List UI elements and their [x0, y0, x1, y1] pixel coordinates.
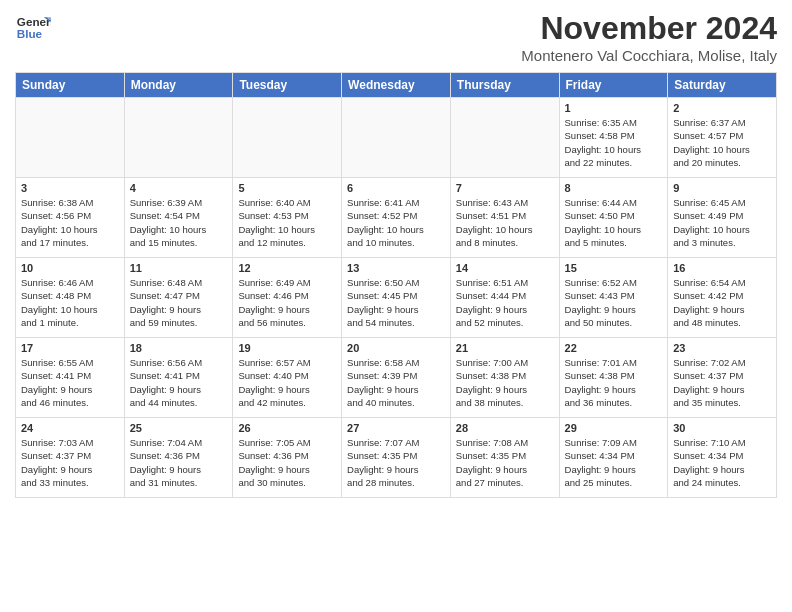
- day-number: 6: [347, 182, 445, 194]
- day-info: Sunrise: 6:50 AM Sunset: 4:45 PM Dayligh…: [347, 276, 445, 329]
- day-info: Sunrise: 7:04 AM Sunset: 4:36 PM Dayligh…: [130, 436, 228, 489]
- calendar-day-cell: 16Sunrise: 6:54 AM Sunset: 4:42 PM Dayli…: [668, 258, 777, 338]
- calendar-day-cell: [124, 98, 233, 178]
- day-info: Sunrise: 6:56 AM Sunset: 4:41 PM Dayligh…: [130, 356, 228, 409]
- day-number: 14: [456, 262, 554, 274]
- day-number: 9: [673, 182, 771, 194]
- calendar-day-cell: 11Sunrise: 6:48 AM Sunset: 4:47 PM Dayli…: [124, 258, 233, 338]
- day-number: 27: [347, 422, 445, 434]
- day-number: 19: [238, 342, 336, 354]
- day-info: Sunrise: 6:39 AM Sunset: 4:54 PM Dayligh…: [130, 196, 228, 249]
- month-title: November 2024: [521, 10, 777, 47]
- calendar-day-cell: 30Sunrise: 7:10 AM Sunset: 4:34 PM Dayli…: [668, 418, 777, 498]
- day-info: Sunrise: 7:10 AM Sunset: 4:34 PM Dayligh…: [673, 436, 771, 489]
- page-header: General Blue November 2024 Montenero Val…: [15, 10, 777, 64]
- calendar-day-cell: 6Sunrise: 6:41 AM Sunset: 4:52 PM Daylig…: [342, 178, 451, 258]
- day-number: 7: [456, 182, 554, 194]
- logo-icon: General Blue: [15, 10, 51, 46]
- day-number: 12: [238, 262, 336, 274]
- calendar-day-cell: 3Sunrise: 6:38 AM Sunset: 4:56 PM Daylig…: [16, 178, 125, 258]
- day-number: 24: [21, 422, 119, 434]
- day-info: Sunrise: 6:55 AM Sunset: 4:41 PM Dayligh…: [21, 356, 119, 409]
- day-info: Sunrise: 7:09 AM Sunset: 4:34 PM Dayligh…: [565, 436, 663, 489]
- day-number: 10: [21, 262, 119, 274]
- calendar-table: SundayMondayTuesdayWednesdayThursdayFrid…: [15, 72, 777, 498]
- logo: General Blue: [15, 10, 51, 46]
- weekday-header: Monday: [124, 73, 233, 98]
- calendar-day-cell: 9Sunrise: 6:45 AM Sunset: 4:49 PM Daylig…: [668, 178, 777, 258]
- weekday-header: Friday: [559, 73, 668, 98]
- calendar-day-cell: 19Sunrise: 6:57 AM Sunset: 4:40 PM Dayli…: [233, 338, 342, 418]
- day-number: 17: [21, 342, 119, 354]
- day-number: 2: [673, 102, 771, 114]
- calendar-day-cell: 29Sunrise: 7:09 AM Sunset: 4:34 PM Dayli…: [559, 418, 668, 498]
- day-info: Sunrise: 6:58 AM Sunset: 4:39 PM Dayligh…: [347, 356, 445, 409]
- day-info: Sunrise: 7:07 AM Sunset: 4:35 PM Dayligh…: [347, 436, 445, 489]
- calendar-day-cell: 23Sunrise: 7:02 AM Sunset: 4:37 PM Dayli…: [668, 338, 777, 418]
- calendar-day-cell: 8Sunrise: 6:44 AM Sunset: 4:50 PM Daylig…: [559, 178, 668, 258]
- calendar-week-row: 24Sunrise: 7:03 AM Sunset: 4:37 PM Dayli…: [16, 418, 777, 498]
- calendar-day-cell: [233, 98, 342, 178]
- day-info: Sunrise: 6:48 AM Sunset: 4:47 PM Dayligh…: [130, 276, 228, 329]
- day-number: 15: [565, 262, 663, 274]
- day-number: 22: [565, 342, 663, 354]
- day-number: 3: [21, 182, 119, 194]
- calendar-day-cell: 27Sunrise: 7:07 AM Sunset: 4:35 PM Dayli…: [342, 418, 451, 498]
- day-info: Sunrise: 6:43 AM Sunset: 4:51 PM Dayligh…: [456, 196, 554, 249]
- day-number: 1: [565, 102, 663, 114]
- calendar-day-cell: 22Sunrise: 7:01 AM Sunset: 4:38 PM Dayli…: [559, 338, 668, 418]
- day-number: 29: [565, 422, 663, 434]
- day-number: 21: [456, 342, 554, 354]
- calendar-day-cell: [450, 98, 559, 178]
- calendar-week-row: 10Sunrise: 6:46 AM Sunset: 4:48 PM Dayli…: [16, 258, 777, 338]
- day-info: Sunrise: 7:05 AM Sunset: 4:36 PM Dayligh…: [238, 436, 336, 489]
- day-info: Sunrise: 6:44 AM Sunset: 4:50 PM Dayligh…: [565, 196, 663, 249]
- day-number: 5: [238, 182, 336, 194]
- weekday-header: Wednesday: [342, 73, 451, 98]
- day-number: 4: [130, 182, 228, 194]
- calendar-day-cell: 13Sunrise: 6:50 AM Sunset: 4:45 PM Dayli…: [342, 258, 451, 338]
- calendar-day-cell: [16, 98, 125, 178]
- calendar-day-cell: 17Sunrise: 6:55 AM Sunset: 4:41 PM Dayli…: [16, 338, 125, 418]
- day-info: Sunrise: 6:38 AM Sunset: 4:56 PM Dayligh…: [21, 196, 119, 249]
- day-info: Sunrise: 6:45 AM Sunset: 4:49 PM Dayligh…: [673, 196, 771, 249]
- svg-text:Blue: Blue: [17, 27, 43, 40]
- day-number: 28: [456, 422, 554, 434]
- weekday-header: Tuesday: [233, 73, 342, 98]
- day-number: 23: [673, 342, 771, 354]
- day-info: Sunrise: 6:52 AM Sunset: 4:43 PM Dayligh…: [565, 276, 663, 329]
- calendar-week-row: 17Sunrise: 6:55 AM Sunset: 4:41 PM Dayli…: [16, 338, 777, 418]
- location-subtitle: Montenero Val Cocchiara, Molise, Italy: [521, 47, 777, 64]
- weekday-header: Thursday: [450, 73, 559, 98]
- day-info: Sunrise: 7:08 AM Sunset: 4:35 PM Dayligh…: [456, 436, 554, 489]
- calendar-week-row: 3Sunrise: 6:38 AM Sunset: 4:56 PM Daylig…: [16, 178, 777, 258]
- calendar-day-cell: 14Sunrise: 6:51 AM Sunset: 4:44 PM Dayli…: [450, 258, 559, 338]
- calendar-day-cell: [342, 98, 451, 178]
- day-info: Sunrise: 6:40 AM Sunset: 4:53 PM Dayligh…: [238, 196, 336, 249]
- calendar-day-cell: 21Sunrise: 7:00 AM Sunset: 4:38 PM Dayli…: [450, 338, 559, 418]
- calendar-day-cell: 28Sunrise: 7:08 AM Sunset: 4:35 PM Dayli…: [450, 418, 559, 498]
- weekday-header: Saturday: [668, 73, 777, 98]
- calendar-day-cell: 1Sunrise: 6:35 AM Sunset: 4:58 PM Daylig…: [559, 98, 668, 178]
- day-info: Sunrise: 6:46 AM Sunset: 4:48 PM Dayligh…: [21, 276, 119, 329]
- day-info: Sunrise: 6:57 AM Sunset: 4:40 PM Dayligh…: [238, 356, 336, 409]
- weekday-header: Sunday: [16, 73, 125, 98]
- calendar-day-cell: 20Sunrise: 6:58 AM Sunset: 4:39 PM Dayli…: [342, 338, 451, 418]
- calendar-day-cell: 2Sunrise: 6:37 AM Sunset: 4:57 PM Daylig…: [668, 98, 777, 178]
- weekday-header-row: SundayMondayTuesdayWednesdayThursdayFrid…: [16, 73, 777, 98]
- title-block: November 2024 Montenero Val Cocchiara, M…: [521, 10, 777, 64]
- day-number: 11: [130, 262, 228, 274]
- day-info: Sunrise: 6:54 AM Sunset: 4:42 PM Dayligh…: [673, 276, 771, 329]
- calendar-week-row: 1Sunrise: 6:35 AM Sunset: 4:58 PM Daylig…: [16, 98, 777, 178]
- day-number: 13: [347, 262, 445, 274]
- day-number: 18: [130, 342, 228, 354]
- calendar-day-cell: 18Sunrise: 6:56 AM Sunset: 4:41 PM Dayli…: [124, 338, 233, 418]
- calendar-day-cell: 25Sunrise: 7:04 AM Sunset: 4:36 PM Dayli…: [124, 418, 233, 498]
- calendar-day-cell: 24Sunrise: 7:03 AM Sunset: 4:37 PM Dayli…: [16, 418, 125, 498]
- day-info: Sunrise: 6:49 AM Sunset: 4:46 PM Dayligh…: [238, 276, 336, 329]
- day-number: 20: [347, 342, 445, 354]
- day-info: Sunrise: 6:35 AM Sunset: 4:58 PM Dayligh…: [565, 116, 663, 169]
- calendar-day-cell: 7Sunrise: 6:43 AM Sunset: 4:51 PM Daylig…: [450, 178, 559, 258]
- day-number: 8: [565, 182, 663, 194]
- day-number: 25: [130, 422, 228, 434]
